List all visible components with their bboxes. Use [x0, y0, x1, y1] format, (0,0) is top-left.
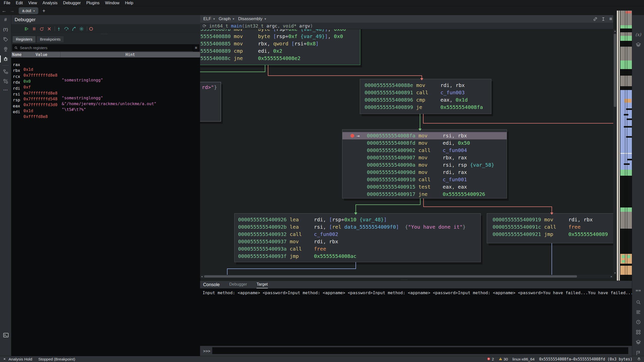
console-input[interactable] [212, 347, 628, 354]
register-row[interactable]: rbx 0x7fffffffd8e8 "somestringlongg" [11, 63, 200, 69]
toolbar-divider [55, 26, 55, 31]
function-signature[interactable]: ⟳ int64_t main(int32_t argc, void* argv) [200, 23, 613, 29]
debugger-settings-button[interactable] [78, 25, 85, 32]
graph-hierarchy-icon[interactable] [0, 68, 11, 75]
split-view-icon[interactable] [600, 16, 607, 22]
menu-debugger[interactable]: Debugger [60, 1, 83, 5]
cross-references-icon[interactable] [0, 77, 11, 85]
strings-quotes-icon[interactable]: ”” [632, 288, 644, 296]
selection-range: 0x5555554008fa–0x5555554008fd (0x3 bytes… [539, 357, 632, 361]
log-icon[interactable] [632, 308, 644, 316]
register-row[interactable]: rax 0x1d [11, 57, 200, 63]
warning-count[interactable]: 30 [499, 357, 508, 362]
terminal-icon[interactable] [2, 331, 10, 339]
feature-map-stripe [619, 11, 620, 281]
menu-window[interactable]: Window [102, 1, 122, 5]
tab-bar: ← → a.out ● + [0, 6, 644, 15]
register-row[interactable]: rdx 0xf [11, 75, 200, 81]
step-out-button[interactable] [70, 25, 77, 32]
horizontal-scrollbar[interactable]: ◂ ▸ [200, 275, 613, 278]
history-icon[interactable] [632, 318, 644, 326]
pause-button[interactable] [30, 25, 38, 32]
more-panels-icon[interactable]: ⋯ [0, 86, 11, 94]
column-header-value[interactable]: Value [23, 52, 60, 57]
stack-layers-icon[interactable] [632, 338, 644, 346]
register-row[interactable]: rsi 0x7fffffffd548 &"/home/jeremy/crackm… [11, 87, 200, 93]
scroll-right-button[interactable]: ▸ [610, 275, 613, 278]
search-options-button[interactable]: ≡ [193, 44, 199, 51]
lock-icon[interactable] [637, 357, 641, 362]
view-mode-dropdown[interactable]: Graph▼ [219, 16, 235, 21]
chevron-down-icon: ▼ [232, 17, 235, 20]
menu-analysis[interactable]: Analysis [40, 1, 60, 5]
column-header-name[interactable]: Name [11, 52, 23, 57]
scroll-down-button[interactable]: ▾ [613, 271, 617, 275]
kill-button[interactable] [87, 25, 94, 32]
symbols-hash-icon[interactable]: # [0, 16, 11, 23]
memory-pin-icon[interactable] [0, 45, 11, 53]
restart-button[interactable] [38, 25, 45, 32]
console-tabs: Console DebuggerTarget [200, 281, 632, 288]
console-tab-target[interactable]: Target [256, 282, 268, 288]
menu-view[interactable]: View [25, 1, 40, 5]
tab-registers[interactable]: Registers [12, 36, 36, 43]
menu-help[interactable]: Help [122, 1, 136, 5]
new-tab-button[interactable]: + [42, 8, 45, 14]
vertical-scrollbar[interactable]: ▴ ▾ [613, 29, 617, 275]
back-button[interactable]: ← [0, 8, 8, 14]
run-button[interactable] [23, 25, 30, 32]
step-over-button[interactable] [63, 25, 70, 32]
register-row[interactable]: rsp 0x7fffffffd3d0 "\t5#\t?%" [11, 93, 200, 99]
layers-icon[interactable] [632, 41, 644, 48]
view-menu-icon[interactable]: ≡ [607, 16, 614, 22]
plugins-grid-icon[interactable] [632, 328, 644, 336]
error-count[interactable]: 2 [487, 357, 494, 362]
search-icon [14, 46, 18, 50]
link-icon[interactable] [592, 16, 599, 22]
binary-type-dropdown[interactable]: ELF▼ [203, 16, 215, 21]
expressions-icon[interactable]: (x) [632, 31, 644, 38]
document-tab[interactable]: a.out ● [19, 7, 38, 14]
register-row[interactable]: edi 0xffffd8e8 [11, 105, 200, 110]
menu-bar: FileEditViewAnalysisDebuggerPluginsWindo… [0, 0, 644, 6]
types-icon[interactable]: {T} [0, 26, 11, 33]
register-value: 0xffffd8e8 [23, 114, 48, 119]
register-row[interactable]: eax 0x1d [11, 99, 200, 105]
find-icon[interactable] [632, 298, 644, 306]
toolbar-divider [87, 26, 87, 31]
column-header-hint[interactable]: Hint [60, 52, 200, 57]
feature-map[interactable] [617, 11, 632, 281]
modified-dot-icon: ● [34, 10, 35, 12]
stop-button[interactable] [46, 25, 53, 32]
il-level-dropdown[interactable]: Disassembly▼ [238, 16, 267, 21]
vscroll-handle[interactable] [614, 34, 616, 107]
register-table-header: NameValueHint [11, 52, 200, 57]
feature-map-column [620, 11, 632, 281]
scroll-left-button[interactable]: ◂ [200, 275, 204, 278]
menu-file[interactable]: File [1, 1, 13, 5]
forward-button[interactable]: → [8, 8, 16, 14]
register-row[interactable]: rcx 0x0 [11, 69, 200, 75]
debugger-toolbar [11, 24, 200, 33]
prompt-label: >>> [203, 349, 210, 353]
search-input[interactable] [19, 45, 183, 50]
rail-divider [2, 65, 9, 66]
debugger-bug-icon[interactable] [0, 55, 11, 63]
chevron-down-icon: ▼ [213, 17, 215, 20]
graph-canvas[interactable]: 000055555540087b mov byte [rsp+0xe {var_… [200, 29, 613, 275]
tag-icon[interactable] [0, 36, 11, 43]
debugger-state: Stopped (Breakpoint) [38, 357, 75, 361]
search-box[interactable] [12, 44, 193, 51]
panel-resize-handle[interactable]: ⸱⸱⸱⸱⸱⸱ [101, 32, 108, 36]
step-into-button[interactable] [55, 25, 62, 32]
menu-plugins[interactable]: Plugins [84, 1, 102, 5]
debugger-panel: Debugger ⸱⸱⸱⸱⸱⸱ RegistersBreakpoints ≡ N… [11, 15, 200, 356]
tab-breakpoints[interactable]: Breakpoints [36, 36, 64, 43]
menu-edit[interactable]: Edit [13, 1, 26, 5]
scroll-up-button[interactable]: ▴ [613, 29, 617, 33]
register-row[interactable]: rdi 0x7fffffffd8e8 "somestringlongg" [11, 81, 200, 87]
analysis-cancel-icon[interactable] [3, 357, 6, 361]
notifications-flag-icon[interactable] [632, 349, 644, 357]
console-tab-debugger[interactable]: Debugger [229, 282, 247, 288]
hscroll-handle[interactable] [204, 275, 577, 278]
